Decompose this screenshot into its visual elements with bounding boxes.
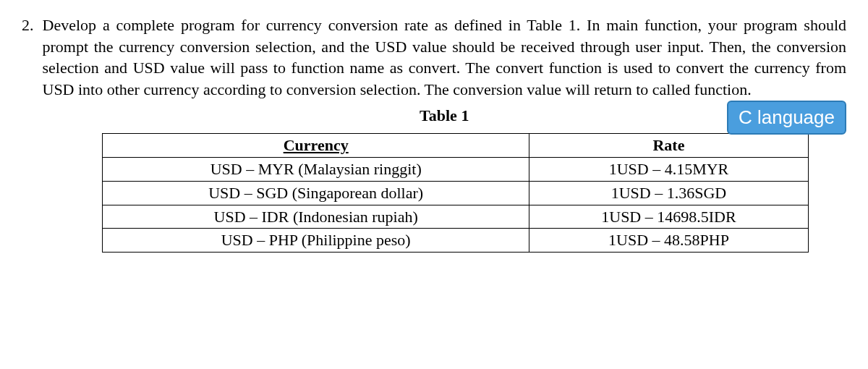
question-number: 2. [22,14,34,253]
cell-rate: 1USD – 4.15MYR [529,158,808,182]
cell-currency: USD – PHP (Philippine peso) [102,229,529,253]
table-row: USD – IDR (Indonesian rupiah) 1USD – 146… [102,205,808,229]
cell-rate: 1USD – 1.36SGD [529,181,808,205]
table-caption: Table 1 [420,105,469,127]
question-body: Develop a complete program for currency … [43,14,847,253]
cell-currency: USD – IDR (Indonesian rupiah) [102,205,529,229]
header-rate: Rate [529,134,808,158]
conversion-rate-table: Currency Rate USD – MYR (Malaysian ringg… [102,133,809,252]
question-text: Develop a complete program for currency … [43,16,847,98]
language-badge: C language [727,101,846,135]
table-row: USD – MYR (Malaysian ringgit) 1USD – 4.1… [102,158,808,182]
cell-rate: 1USD – 14698.5IDR [529,205,808,229]
cell-currency: USD – MYR (Malaysian ringgit) [102,158,529,182]
table-row: USD – SGD (Singaporean dollar) 1USD – 1.… [102,181,808,205]
table-wrap: Currency Rate USD – MYR (Malaysian ringg… [43,133,847,252]
table-header-row: Currency Rate [102,134,808,158]
table-title-row: Table 1 C language [43,105,847,127]
table-row: USD – PHP (Philippine peso) 1USD – 48.58… [102,229,808,253]
cell-rate: 1USD – 48.58PHP [529,229,808,253]
cell-currency: USD – SGD (Singaporean dollar) [102,181,529,205]
header-rate-text: Rate [652,136,684,154]
header-currency: Currency [102,134,529,158]
question-block: 2. Develop a complete program for curren… [22,14,846,253]
